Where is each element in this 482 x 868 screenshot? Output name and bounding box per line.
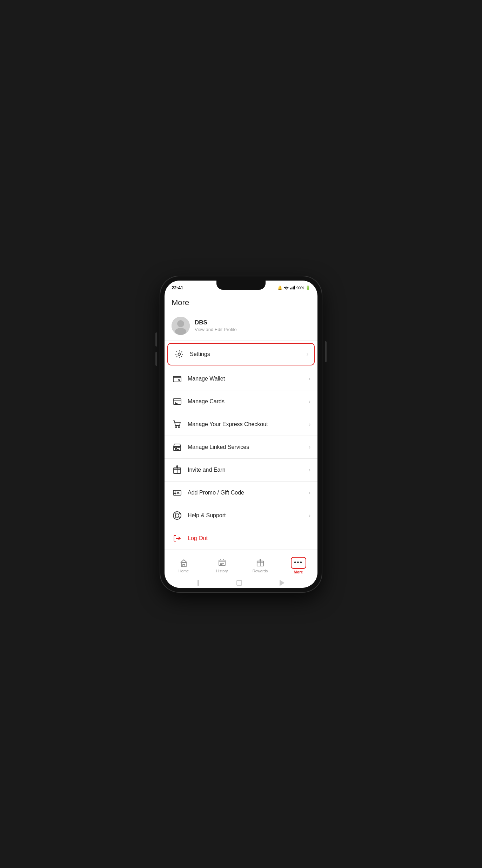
- nav-item-more[interactable]: ••• More: [279, 554, 317, 577]
- menu-item-manage-wallet[interactable]: Manage Wallet ›: [165, 368, 317, 390]
- cart-icon: [172, 419, 183, 430]
- gesture-bar: [165, 578, 317, 588]
- gift-icon: [172, 464, 183, 476]
- home-nav-icon: [179, 558, 189, 568]
- card-icon: [172, 396, 183, 407]
- svg-line-21: [174, 512, 176, 514]
- history-nav-icon: [217, 558, 227, 568]
- menu-item-help-support[interactable]: Help & Support ›: [165, 504, 317, 527]
- phone-frame: 22:41 🔔 90% 🔋: [160, 276, 322, 592]
- store-icon: [172, 442, 183, 453]
- svg-point-6: [175, 328, 186, 335]
- profile-name: DBS: [195, 319, 237, 326]
- menu-item-manage-cards[interactable]: Manage Cards ›: [165, 390, 317, 413]
- svg-rect-3: [294, 285, 295, 289]
- promo-code-label: Add Promo / Gift Code: [188, 490, 304, 496]
- page-title: More: [165, 293, 317, 311]
- help-icon: [172, 510, 183, 521]
- settings-label: Settings: [190, 351, 302, 357]
- svg-point-12: [179, 426, 180, 428]
- bottom-nav: Home History: [165, 553, 317, 578]
- gesture-back: [198, 580, 199, 586]
- rewards-nav-icon: [255, 558, 265, 568]
- phone-screen: 22:41 🔔 90% 🔋: [165, 281, 317, 588]
- menu-item-logout[interactable]: Log Out: [165, 527, 317, 550]
- linked-chevron: ›: [309, 444, 310, 450]
- manage-cards-label: Manage Cards: [188, 398, 304, 405]
- menu-item-linked-services[interactable]: Manage Linked Services ›: [165, 436, 317, 459]
- nav-item-home[interactable]: Home: [165, 555, 203, 576]
- power-button: [325, 341, 327, 362]
- svg-line-22: [179, 517, 180, 518]
- express-checkout-label: Manage Your Express Checkout: [188, 421, 304, 428]
- help-chevron: ›: [309, 512, 310, 519]
- invite-chevron: ›: [309, 467, 310, 473]
- profile-info: DBS View and Edit Profile: [195, 319, 237, 332]
- svg-rect-1: [292, 287, 292, 289]
- menu-item-invite-earn[interactable]: Invite and Earn ›: [165, 459, 317, 482]
- promo-chevron: ›: [309, 490, 310, 496]
- settings-chevron: ›: [307, 351, 308, 357]
- profile-section[interactable]: DBS View and Edit Profile: [165, 311, 317, 341]
- svg-rect-0: [290, 288, 291, 289]
- nav-item-history[interactable]: History: [203, 555, 241, 576]
- svg-line-23: [179, 512, 180, 514]
- page-content: More DBS View and Edit Profile: [165, 293, 317, 553]
- rewards-nav-label: Rewards: [253, 569, 268, 573]
- svg-rect-26: [219, 560, 225, 566]
- logout-label: Log Out: [188, 535, 310, 541]
- gesture-home: [236, 580, 242, 586]
- vol-up-button: [155, 332, 157, 346]
- wifi-icon: [284, 285, 289, 290]
- more-nav-label: More: [294, 570, 303, 574]
- svg-line-24: [174, 517, 176, 518]
- notch: [216, 281, 266, 290]
- history-nav-label: History: [216, 569, 228, 573]
- status-time: 22:41: [172, 285, 183, 290]
- svg-point-7: [178, 353, 181, 355]
- invite-earn-label: Invite and Earn: [188, 467, 304, 473]
- menu-item-settings[interactable]: Settings ›: [167, 343, 315, 365]
- gesture-recents: [280, 580, 284, 586]
- vol-down-button: [155, 352, 157, 366]
- avatar: [172, 317, 190, 335]
- cards-chevron: ›: [309, 398, 310, 405]
- svg-rect-2: [293, 287, 294, 289]
- wallet-icon: [172, 373, 183, 384]
- more-nav-icon: •••: [291, 557, 306, 569]
- svg-point-20: [175, 514, 179, 517]
- notification-icon: 🔔: [277, 285, 282, 290]
- signal-icon: [290, 285, 295, 290]
- logout-icon: [172, 533, 183, 544]
- settings-icon: [174, 349, 185, 360]
- manage-wallet-label: Manage Wallet: [188, 376, 304, 382]
- menu-item-promo-code[interactable]: Add Promo / Gift Code ›: [165, 482, 317, 504]
- status-icons: 🔔 90% 🔋: [277, 285, 310, 290]
- help-support-label: Help & Support: [188, 512, 304, 519]
- svg-point-5: [177, 320, 184, 327]
- svg-point-9: [179, 379, 180, 381]
- battery-icon: 🔋: [306, 285, 310, 290]
- nav-item-rewards[interactable]: Rewards: [241, 555, 279, 576]
- linked-services-label: Manage Linked Services: [188, 444, 304, 450]
- svg-point-11: [176, 426, 177, 428]
- battery-text: 90%: [296, 286, 304, 290]
- profile-subtitle: View and Edit Profile: [195, 327, 237, 332]
- menu-item-express-checkout[interactable]: Manage Your Express Checkout ›: [165, 413, 317, 436]
- promo-icon: [172, 487, 183, 498]
- version-text: 5.9.1: [165, 550, 317, 553]
- home-nav-label: Home: [179, 569, 189, 573]
- checkout-chevron: ›: [309, 421, 310, 428]
- svg-rect-16: [173, 490, 181, 495]
- wallet-chevron: ›: [309, 376, 310, 382]
